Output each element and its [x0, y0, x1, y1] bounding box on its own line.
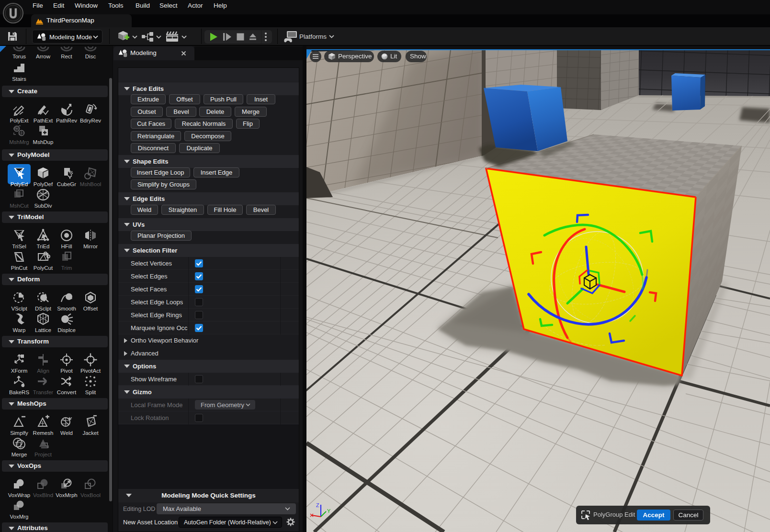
svg-text:Y: Y [327, 508, 331, 514]
svg-text:Z: Z [316, 502, 319, 508]
